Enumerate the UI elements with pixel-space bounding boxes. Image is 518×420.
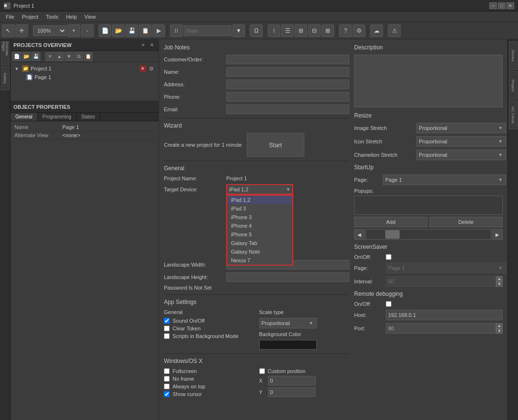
menu-project[interactable]: Project xyxy=(18,13,42,21)
zoom-in-button[interactable]: + xyxy=(68,24,80,37)
remote-host-input[interactable] xyxy=(386,310,503,320)
state-dropdown-button[interactable]: ▼ xyxy=(232,24,245,37)
sound-checkbox[interactable] xyxy=(164,318,170,324)
gc-cloud-tab[interactable]: GC Cloud xyxy=(509,101,518,129)
project-delete-btn[interactable]: ✕ xyxy=(139,65,146,72)
gallery-tab[interactable]: Gallery xyxy=(1,66,10,90)
x-input[interactable] xyxy=(268,376,316,385)
menu-view[interactable]: View xyxy=(81,13,100,21)
paste-btn[interactable]: 📋 xyxy=(84,52,92,61)
open-project-btn[interactable]: 📂 xyxy=(22,52,31,61)
help-button[interactable]: ? xyxy=(339,24,352,37)
device-option-ipad12[interactable]: iPad 1,2 xyxy=(227,196,292,204)
ss-onoff-checkbox[interactable] xyxy=(386,254,391,260)
y-input[interactable] xyxy=(268,387,316,397)
save-button[interactable]: 💾 xyxy=(126,24,138,37)
separator-btn[interactable]: ⁞⁞ xyxy=(170,24,183,37)
no-frame-checkbox[interactable] xyxy=(164,376,170,382)
tool-4[interactable]: ⊟ xyxy=(308,24,321,37)
nav-left-btn[interactable]: ◀ xyxy=(354,229,365,240)
remote-onoff-checkbox[interactable] xyxy=(386,301,391,307)
show-cursor-checkbox[interactable] xyxy=(164,391,170,397)
new-project-btn[interactable]: 📄 xyxy=(12,52,21,61)
device-option-nexus7[interactable]: Nexus 7 xyxy=(227,256,292,265)
device-option-iphone4[interactable]: iPhone 4 xyxy=(227,222,292,230)
nav-right-btn[interactable]: ▶ xyxy=(492,229,503,240)
zoom-select[interactable]: 100% xyxy=(33,25,67,36)
description-textarea[interactable] xyxy=(354,55,503,107)
close-button[interactable]: ✕ xyxy=(506,2,514,9)
page-tree-item[interactable]: 📄 Page 1 xyxy=(12,73,157,82)
background-color-box[interactable] xyxy=(259,340,317,350)
device-option-galaxy-tab[interactable]: Galaxy Tab xyxy=(227,239,292,247)
target-device-select-btn[interactable]: iPad 1,2 ▼ xyxy=(226,184,293,195)
tab-programming[interactable]: Programming xyxy=(38,113,77,121)
scripts-checkbox[interactable] xyxy=(164,333,170,339)
minimize-button[interactable]: ─ xyxy=(489,2,497,9)
ss-interval-input[interactable] xyxy=(386,276,496,287)
tab-states[interactable]: States xyxy=(77,113,100,121)
menu-file[interactable]: File xyxy=(2,13,18,21)
copy-btn[interactable]: ⧉ xyxy=(74,52,83,61)
maximize-button[interactable]: □ xyxy=(498,2,506,9)
save-as-button[interactable]: 📋 xyxy=(139,24,151,37)
delete-item-btn[interactable]: ✕ xyxy=(46,52,54,61)
customer-input[interactable] xyxy=(226,55,349,64)
tool-5[interactable]: ⊠ xyxy=(322,24,334,37)
tab-general[interactable]: General xyxy=(11,113,38,121)
chameleon-select[interactable]: ProportionalStretchNone xyxy=(416,150,506,160)
projects-panel-menu-btn[interactable]: ≡ xyxy=(139,41,147,49)
clear-token-checkbox[interactable] xyxy=(164,326,170,331)
email-input[interactable] xyxy=(226,105,349,114)
scale-type-select[interactable]: Proportional xyxy=(259,318,317,328)
project-settings-btn[interactable]: ⚙ xyxy=(148,65,155,72)
remote-port-up-btn[interactable]: ▲ xyxy=(496,323,503,328)
project-tree-item[interactable]: ▼ 📁 Project 1 ✕ ⚙ xyxy=(12,64,157,73)
tool-1[interactable]: ⁞ xyxy=(268,24,280,37)
export-button[interactable]: ▶ xyxy=(152,24,165,37)
menu-tools[interactable]: Tools xyxy=(42,13,62,21)
tool-2[interactable]: ☰ xyxy=(281,24,294,37)
device-option-ipad3[interactable]: iPad 3 xyxy=(227,204,292,213)
open-button[interactable]: 📂 xyxy=(112,24,125,37)
add-popup-button[interactable]: Add xyxy=(354,217,427,227)
move-down-btn[interactable]: ▼ xyxy=(65,52,73,61)
device-option-galaxy-note[interactable]: Galaxy Note xyxy=(227,247,292,256)
custom-pos-checkbox[interactable] xyxy=(259,368,265,374)
move-up-btn[interactable]: ▲ xyxy=(55,52,64,61)
new-button[interactable]: 📄 xyxy=(99,24,111,37)
select-tool-button[interactable]: ↖ xyxy=(2,24,14,37)
remote-port-input[interactable] xyxy=(386,323,496,334)
save-project-btn[interactable]: 💾 xyxy=(32,52,40,61)
remote-port-down-btn[interactable]: ▼ xyxy=(496,328,503,334)
device-option-iphone3[interactable]: iPhone 3 xyxy=(227,213,292,222)
projects-panel-close-btn[interactable]: ✕ xyxy=(148,41,156,49)
ss-page-select[interactable]: Page 1 xyxy=(386,263,506,273)
phone-input[interactable] xyxy=(226,92,349,102)
pages-overview-tab[interactable]: Pages Overview xyxy=(1,41,10,65)
device-option-iphone5[interactable]: iPhone 5 xyxy=(227,230,292,239)
address-input[interactable] xyxy=(226,80,349,89)
ss-interval-up-btn[interactable]: ▲ xyxy=(496,276,503,281)
project-panel-tab[interactable]: Project xyxy=(509,71,518,100)
pointer-tool-button[interactable]: ✛ xyxy=(15,24,28,37)
char-map-button[interactable]: Ω xyxy=(250,24,263,37)
alert-button[interactable]: ⚠ xyxy=(388,24,401,37)
wizard-start-button[interactable]: Start xyxy=(247,133,304,157)
state-input[interactable] xyxy=(184,25,231,36)
landscape-height-input[interactable] xyxy=(226,272,349,282)
fullscreen-checkbox[interactable] xyxy=(164,368,170,374)
cloud-button[interactable]: ☁ xyxy=(370,24,383,37)
tool-3[interactable]: ⊞ xyxy=(295,24,307,37)
settings-button[interactable]: ⚙ xyxy=(353,24,365,37)
menu-help[interactable]: Help xyxy=(62,13,81,21)
zoom-out-button[interactable]: - xyxy=(81,24,93,37)
ss-interval-down-btn[interactable]: ▼ xyxy=(496,281,503,287)
startup-page-select[interactable]: Page 1 xyxy=(383,175,506,185)
device-panel-tab[interactable]: Device xyxy=(509,41,518,70)
delete-popup-button[interactable]: Delete xyxy=(429,217,503,227)
always-on-top-checkbox[interactable] xyxy=(164,384,170,389)
jn-name-input[interactable] xyxy=(226,67,349,77)
icon-stretch-select[interactable]: ProportionalStretchNone xyxy=(416,136,506,147)
image-stretch-select[interactable]: ProportionalStretchNone xyxy=(416,123,506,133)
